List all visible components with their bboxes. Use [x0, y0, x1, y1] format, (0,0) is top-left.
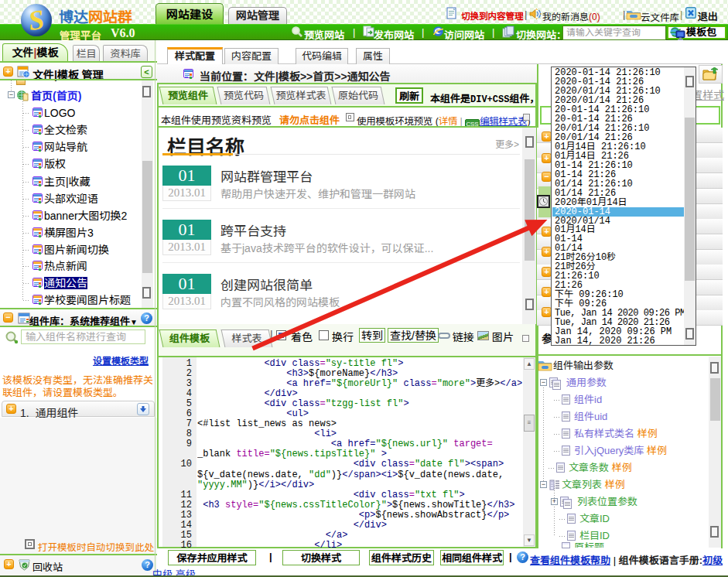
- svg-text:S: S: [26, 4, 46, 36]
